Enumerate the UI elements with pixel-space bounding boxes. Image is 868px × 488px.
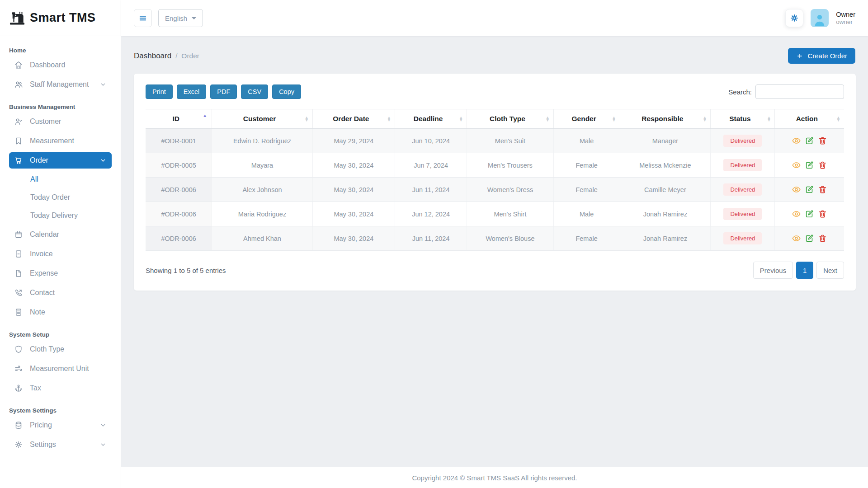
calendar-icon <box>14 230 23 239</box>
column-header-order-date[interactable]: Order Date▲▼ <box>312 109 395 129</box>
column-header-action[interactable]: Action▲▼ <box>775 109 844 129</box>
sidebar-subitem-all[interactable]: All <box>9 172 112 187</box>
cell-customer: Maria Rodriguez <box>212 202 312 226</box>
sidebar-item-label: Contact <box>30 289 55 297</box>
settings-button[interactable] <box>785 9 803 27</box>
sidebar-item-cloth-type[interactable]: Cloth Type <box>9 341 112 357</box>
phone-outbound-icon <box>14 288 23 297</box>
language-dropdown-value: English <box>165 14 187 22</box>
gear-icon <box>790 14 799 23</box>
next-page-button[interactable]: Next <box>816 262 844 279</box>
table-row: #ODR-0006 Alex Johnson May 30, 2024 Jun … <box>146 178 844 202</box>
sidebar-item-staff-management[interactable]: Staff Management <box>9 76 112 93</box>
view-button[interactable] <box>792 160 801 170</box>
edit-button[interactable] <box>805 234 814 243</box>
csv-button[interactable]: CSV <box>241 84 268 99</box>
view-button[interactable] <box>792 185 801 194</box>
column-header-cloth-type[interactable]: Cloth Type▲▼ <box>467 109 554 129</box>
sidebar-item-calendar[interactable]: Calendar <box>9 226 112 243</box>
sort-icons: ▲▼ <box>767 116 771 122</box>
database-icon <box>14 421 23 430</box>
trash-icon <box>818 136 827 145</box>
previous-page-button[interactable]: Previous <box>753 262 793 279</box>
sidebar-item-label: Tax <box>30 384 41 392</box>
sidebar-subitem-today-order[interactable]: Today Order <box>9 190 112 205</box>
cell-gender: Female <box>553 226 620 251</box>
delete-button[interactable] <box>818 234 827 243</box>
table-toolbar: Print Excel PDF CSV Copy Search: <box>146 84 844 99</box>
cell-responsible: Melissa Mckenzie <box>620 153 711 178</box>
avatar[interactable] <box>811 9 829 27</box>
cell-status: Delivered <box>711 226 775 251</box>
print-button[interactable]: Print <box>146 84 173 99</box>
column-header-responsible[interactable]: Responsible▲▼ <box>620 109 711 129</box>
sidebar-item-label: Pricing <box>30 421 52 429</box>
page-head: Dashboard / Order Create Order <box>121 36 868 73</box>
entries-info: Showing 1 to 5 of 5 entries <box>146 267 226 274</box>
app-footer: Copyright 2024 © Smart TMS SaaS All righ… <box>121 467 868 488</box>
sort-icons: ▲▼ <box>546 116 550 122</box>
sidebar-item-invoice[interactable]: Invoice <box>9 246 112 262</box>
cell-deadline: Jun 11, 2024 <box>395 178 467 202</box>
sidebar-item-expense[interactable]: Expense <box>9 265 112 282</box>
sidebar-subitem-today-delivery[interactable]: Today Delivery <box>9 208 112 223</box>
sidebar-item-customer[interactable]: Customer <box>9 113 112 130</box>
column-header-status[interactable]: Status▲▼ <box>711 109 775 129</box>
edit-button[interactable] <box>805 136 814 145</box>
delete-button[interactable] <box>818 209 827 219</box>
view-button[interactable] <box>792 234 801 243</box>
view-button[interactable] <box>792 209 801 219</box>
sidebar-item-label: Measurement <box>30 137 74 145</box>
excel-button[interactable]: Excel <box>177 84 206 99</box>
user-block[interactable]: Owner owner <box>836 10 855 26</box>
user-name: Owner <box>836 10 855 19</box>
sort-icons: ▲▼ <box>612 116 616 122</box>
cell-action <box>775 178 844 202</box>
sidebar-item-measurement-unit[interactable]: Measurement Unit <box>9 361 112 377</box>
delete-button[interactable] <box>818 160 827 170</box>
column-header-deadline[interactable]: Deadline▲▼ <box>395 109 467 129</box>
breadcrumb-order: Order <box>181 52 199 60</box>
pdf-button[interactable]: PDF <box>210 84 237 99</box>
orders-table: ID▲ Customer▲▼ Order Date▲▼ Deadline▲▼ C… <box>146 109 844 251</box>
breadcrumb-separator: / <box>175 52 177 60</box>
cell-responsible: Camille Meyer <box>620 178 711 202</box>
sidebar-item-dashboard[interactable]: Dashboard <box>9 57 112 73</box>
cell-order-date: May 30, 2024 <box>312 202 395 226</box>
table-row: #ODR-0006 Maria Rodriguez May 30, 2024 J… <box>146 202 844 226</box>
copy-button[interactable]: Copy <box>272 84 301 99</box>
pencil-square-icon <box>805 160 814 170</box>
column-header-customer[interactable]: Customer▲▼ <box>212 109 312 129</box>
language-dropdown[interactable]: English <box>158 9 203 27</box>
search-input[interactable] <box>755 84 844 99</box>
sort-asc-icon: ▲ <box>203 113 207 118</box>
cell-status: Delivered <box>711 153 775 178</box>
delete-button[interactable] <box>818 136 827 145</box>
brand-logo[interactable]: Smart TMS <box>0 0 121 36</box>
page-1-button[interactable]: 1 <box>796 262 813 279</box>
sidebar-item-settings[interactable]: Settings <box>9 436 112 453</box>
sort-icons: ▲▼ <box>459 116 463 122</box>
sidebar-item-note[interactable]: Note <box>9 304 112 320</box>
eye-icon <box>792 234 801 243</box>
cell-order-id: #ODR-0001 <box>146 129 212 153</box>
cell-cloth-type: Men's Shirt <box>467 202 554 226</box>
edit-button[interactable] <box>805 160 814 170</box>
delete-button[interactable] <box>818 185 827 194</box>
edit-button[interactable] <box>805 209 814 219</box>
breadcrumb-dashboard[interactable]: Dashboard <box>134 52 171 61</box>
column-header-id[interactable]: ID▲ <box>146 109 212 129</box>
pagination: Previous 1 Next <box>753 262 844 279</box>
create-order-button[interactable]: Create Order <box>788 48 855 64</box>
sidebar-item-tax[interactable]: Tax <box>9 380 112 396</box>
view-button[interactable] <box>792 136 801 145</box>
sort-icons: ▲▼ <box>305 116 309 122</box>
sidebar-toggle-button[interactable] <box>134 9 152 27</box>
cell-customer: Edwin D. Rodriguez <box>212 129 312 153</box>
sidebar-item-measurement[interactable]: Measurement <box>9 133 112 149</box>
edit-button[interactable] <box>805 185 814 194</box>
sidebar-item-contact[interactable]: Contact <box>9 285 112 301</box>
sidebar-item-order[interactable]: Order <box>9 152 112 169</box>
sidebar-item-pricing[interactable]: Pricing <box>9 417 112 433</box>
column-header-gender[interactable]: Gender▲▼ <box>553 109 620 129</box>
